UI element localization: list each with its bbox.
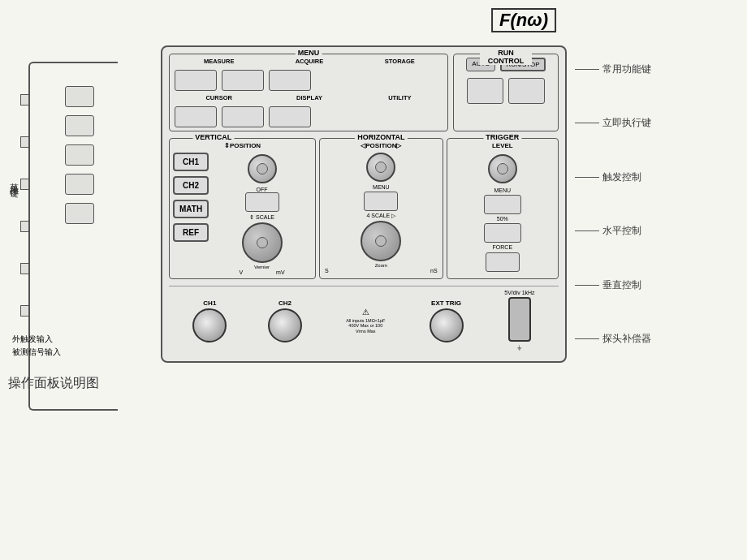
rc-large-btn-1[interactable] bbox=[467, 78, 503, 104]
v-units-row: V mV bbox=[238, 269, 287, 275]
probe-jack-group: 5V/div 1kHz ⏚ bbox=[504, 290, 534, 351]
line-5 bbox=[575, 285, 599, 286]
measure-btn[interactable] bbox=[175, 70, 217, 91]
t-menu-label: MENU bbox=[494, 187, 512, 193]
v-unit-mv: mV bbox=[276, 269, 285, 275]
scale-h-label: 4 SCALE ▷ bbox=[323, 213, 439, 219]
label-taotou: 探头补偿器 bbox=[602, 332, 651, 346]
probe-jack[interactable] bbox=[508, 297, 531, 342]
right-label-5: 垂直控制 bbox=[575, 278, 651, 292]
h-unit-s: S bbox=[325, 268, 329, 274]
menu-label-row2: CURSOR DISPLAY UTILITY bbox=[175, 94, 443, 101]
horizontal-section: HORIZONTAL ◁POSITION▷ MENU 4 SCALE ▷ bbox=[319, 138, 443, 279]
t-level-knob-inner bbox=[497, 163, 508, 174]
menu-key-1[interactable] bbox=[65, 86, 94, 107]
line-2 bbox=[575, 123, 599, 123]
ground-symbol: ⏚ bbox=[517, 343, 521, 351]
ref-btn[interactable]: REF bbox=[173, 223, 209, 242]
h-position-label: ◁POSITION▷ bbox=[323, 142, 439, 149]
line-4 bbox=[575, 230, 599, 231]
off-btn[interactable] bbox=[245, 192, 279, 212]
scale-v-label: ⇕ SCALE bbox=[249, 214, 274, 221]
cursor-btn[interactable] bbox=[175, 106, 217, 127]
line-1 bbox=[575, 69, 599, 70]
trigger-label: TRIGGER bbox=[483, 133, 521, 141]
ch1-input-label: CH1 bbox=[203, 299, 216, 307]
vert-inner: CH1 CH2 MATH REF OFF bbox=[173, 153, 312, 275]
signal-in-label: 被测信号输入 bbox=[12, 346, 61, 359]
left-notches bbox=[20, 94, 28, 317]
utility-btn[interactable] bbox=[269, 106, 311, 127]
menu-key-4[interactable] bbox=[65, 174, 94, 195]
ext-trig-jack[interactable] bbox=[430, 308, 464, 342]
right-labels: 常用功能键 立即执行键 触发控制 水平控制 垂直控制 探头补偿器 bbox=[575, 45, 651, 363]
right-label-1: 常用功能键 bbox=[575, 62, 651, 76]
cursor-label: CURSOR bbox=[176, 94, 261, 101]
menu-key-5[interactable] bbox=[65, 203, 94, 224]
vertical-label: VERTICAL bbox=[192, 133, 234, 141]
v-scale-knob[interactable] bbox=[242, 222, 283, 263]
storage-label: STORAGE bbox=[357, 58, 443, 65]
bottom-input-labels: 外触发输入 被测信号输入 bbox=[12, 333, 61, 359]
line-6 bbox=[575, 338, 599, 339]
display-label: DISPLAY bbox=[266, 94, 352, 101]
50-percent-btn[interactable] bbox=[484, 223, 521, 243]
ch1-btn[interactable]: CH1 bbox=[173, 153, 209, 171]
ext-trig-label: 外触发输入 bbox=[12, 333, 61, 346]
left-panel-outer: 菜单操作键 外触发输入 被测信号输入 bbox=[8, 45, 162, 363]
h-menu-btn[interactable] bbox=[364, 192, 398, 211]
h-units-row: S nS bbox=[323, 268, 439, 274]
label-chufakz: 触发控制 bbox=[602, 170, 641, 184]
storage-btn[interactable] bbox=[269, 70, 311, 91]
force-btn[interactable] bbox=[486, 252, 520, 272]
notch-3 bbox=[20, 179, 28, 190]
warning-icon: ⚠ bbox=[362, 308, 369, 317]
menu-section-label: MENU bbox=[296, 49, 322, 57]
rc-large-btns bbox=[467, 78, 545, 104]
math-btn[interactable]: MATH bbox=[173, 200, 209, 218]
oscilloscope-panel: MENU MEASURE ACQUIRE STORAGE bbox=[161, 45, 567, 363]
page-title: F(nω) bbox=[491, 8, 556, 32]
rc-large-btn-2[interactable] bbox=[508, 78, 545, 104]
menu-label-row: MEASURE ACQUIRE STORAGE bbox=[175, 58, 443, 65]
warning-group: ⚠ All inputs 1MΩ<1pF 400V Max or 100 Vrm… bbox=[343, 308, 388, 334]
ch1-jack[interactable] bbox=[192, 308, 227, 342]
notch-5 bbox=[20, 263, 28, 274]
h-scale-knob[interactable] bbox=[361, 221, 401, 261]
h-unit-ns: nS bbox=[430, 268, 438, 274]
menu-ops-label: 菜单操作键 bbox=[8, 175, 20, 183]
force-label-text: FORCE bbox=[493, 244, 513, 250]
probe-label: 5V/div 1kHz bbox=[504, 290, 534, 295]
ch1-jack-group: CH1 bbox=[192, 299, 227, 342]
display-btn[interactable] bbox=[222, 106, 264, 127]
label-changyong: 常用功能键 bbox=[602, 62, 651, 76]
h-menu-label: MENU bbox=[323, 184, 439, 190]
notch-1 bbox=[20, 94, 28, 106]
right-label-2: 立即执行键 bbox=[575, 116, 651, 130]
acquire-label: ACQUIRE bbox=[266, 58, 352, 65]
t-menu-btn[interactable] bbox=[484, 195, 521, 214]
right-label-3: 触发控制 bbox=[575, 170, 651, 184]
acquire-btn[interactable] bbox=[222, 70, 264, 91]
main-layout: 菜单操作键 外触发输入 被测信号输入 MENU MEASURE ACQUIRE … bbox=[8, 45, 739, 363]
menu-key-3[interactable] bbox=[65, 144, 94, 166]
t-level-knob[interactable] bbox=[488, 154, 517, 183]
h-position-knob[interactable] bbox=[366, 153, 395, 182]
v-scale-knob-inner bbox=[257, 237, 268, 248]
ch2-btn[interactable]: CH2 bbox=[173, 176, 209, 195]
v-buttons-col: CH1 CH2 MATH REF bbox=[173, 153, 209, 275]
warning-text: All inputs 1MΩ<1pF 400V Max or 100 Vrms … bbox=[343, 318, 388, 334]
measure-label: MEASURE bbox=[176, 58, 261, 65]
inputs-row: CH1 CH2 ⚠ All inputs 1MΩ<1pF 400V Max or… bbox=[169, 286, 559, 355]
menu-key-2[interactable] bbox=[65, 115, 94, 136]
notch-2 bbox=[20, 136, 28, 148]
label-shuiping: 水平控制 bbox=[602, 224, 641, 238]
bottom-caption: 操作面板说明图 bbox=[8, 375, 739, 392]
ch2-jack[interactable] bbox=[268, 308, 302, 342]
ext-trig-input-label: EXT TRIG bbox=[431, 299, 461, 307]
utility-label: UTILITY bbox=[357, 94, 443, 101]
page-container: F(nω) 菜单操作键 bbox=[0, 0, 747, 560]
t-level-label: LEVEL bbox=[451, 142, 555, 149]
line-3 bbox=[575, 177, 599, 178]
v-position-knob[interactable] bbox=[248, 154, 277, 183]
